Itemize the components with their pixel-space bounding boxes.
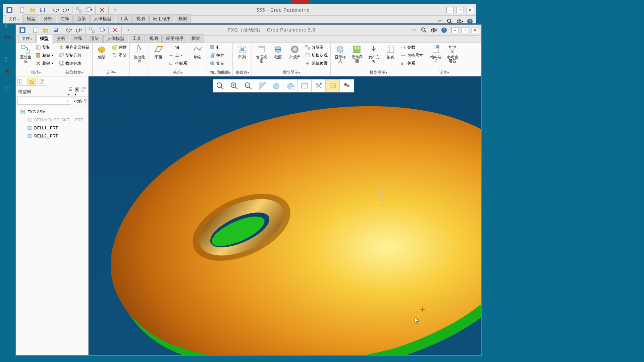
collapse-ribbon-icon[interactable]: ◠ xyxy=(436,18,443,25)
app-menu-button[interactable] xyxy=(18,26,27,35)
bom-button[interactable]: 物料清单 xyxy=(428,44,443,64)
extrude-button[interactable]: 拉伸 xyxy=(209,52,225,59)
drag-component-button[interactable]: 拖动元件 xyxy=(132,44,147,64)
pattern-button[interactable]: 阵列 xyxy=(235,44,250,60)
annotation-display-icon[interactable] xyxy=(326,79,340,92)
editpos-button[interactable]: 编辑位置 xyxy=(304,60,328,67)
close-button[interactable]: ✕ xyxy=(467,7,474,13)
tree-config-icon[interactable] xyxy=(82,87,86,97)
tab-frame[interactable]: 框架 xyxy=(188,34,204,43)
appearance-button[interactable]: 外观库 xyxy=(287,44,302,60)
tab-frame[interactable]: 框架 xyxy=(175,14,191,23)
tree-show-icon[interactable]: ▾ xyxy=(75,87,79,97)
redo-button[interactable]: ▾ xyxy=(61,6,70,14)
tab-tool[interactable]: 工具 xyxy=(129,34,145,43)
paste-button[interactable]: 粘贴▾ xyxy=(35,52,54,59)
windows-icon[interactable]: ▾ xyxy=(85,6,93,14)
tree-item-skel[interactable]: DELLMOUSE_SKEL_.PRT xyxy=(17,116,88,124)
regen-icon[interactable] xyxy=(88,26,96,35)
tree-search-dropdown[interactable]: ▾ xyxy=(74,100,75,103)
tab-analysis[interactable]: 分析 xyxy=(40,14,56,23)
windows-icon[interactable]: ▾ xyxy=(98,26,106,35)
tab-file[interactable]: 文件▾ xyxy=(18,35,36,43)
create-button[interactable]: 创建 xyxy=(111,44,127,51)
tab-render[interactable]: 渲染 xyxy=(87,34,103,43)
point-button[interactable]: 点▾ xyxy=(168,52,188,59)
regen-icon[interactable] xyxy=(74,6,83,14)
tab-model[interactable]: 模型 xyxy=(23,14,39,23)
tab-tool[interactable]: 工具 xyxy=(116,14,132,23)
undo-button[interactable]: ▾ xyxy=(51,6,60,14)
search-icon[interactable] xyxy=(421,27,427,34)
assemble-button[interactable]: 组装 xyxy=(95,44,109,60)
search-icon[interactable] xyxy=(446,18,453,25)
tree-item-dell1[interactable]: DELL1_.PRT xyxy=(17,124,88,132)
tab-view[interactable]: 视图 xyxy=(132,14,149,23)
tree-view-button-2[interactable] xyxy=(28,78,36,86)
tab-annotation[interactable]: 注释 xyxy=(57,14,73,23)
section-button[interactable]: 截面 xyxy=(271,44,285,60)
shading-icon[interactable] xyxy=(269,79,283,92)
app-menu-button[interactable] xyxy=(5,6,14,14)
zoom-fit-icon[interactable] xyxy=(213,79,227,92)
globe-icon[interactable]: ▾ xyxy=(431,27,437,34)
maximize-button[interactable]: ▭ xyxy=(462,27,469,33)
repeat-button[interactable]: 重复 xyxy=(111,52,127,59)
view-manager-icon[interactable] xyxy=(298,79,312,92)
binoculars-icon[interactable] xyxy=(76,99,82,104)
tab-view[interactable]: 视图 xyxy=(146,34,162,43)
revolve-button[interactable]: 旋转 xyxy=(209,60,225,67)
tab-app[interactable]: 应用程序 xyxy=(149,14,174,23)
dock-tree-icon[interactable] xyxy=(3,21,13,31)
maximize-button[interactable]: ▭ xyxy=(457,7,464,13)
close-button[interactable]: ✕ xyxy=(472,27,479,33)
datum-display-icon[interactable]: xy xyxy=(312,79,326,92)
customize-dropdown[interactable]: ▾ xyxy=(124,26,132,35)
manage-view-button[interactable]: 管理视图 xyxy=(254,44,269,64)
parameters-button[interactable]: { }参数 xyxy=(400,44,424,51)
display-style-button[interactable]: 显示样式 xyxy=(333,44,347,64)
help-icon[interactable]: ? xyxy=(467,18,473,25)
hole-button[interactable]: 孔 xyxy=(209,44,225,51)
comp-interface-button[interactable]: 元件界面 xyxy=(350,44,364,64)
tab-body[interactable]: 人体模型 xyxy=(90,14,115,23)
open-file-button[interactable] xyxy=(28,6,37,14)
close-window-icon[interactable] xyxy=(98,6,106,14)
save-button[interactable] xyxy=(51,26,60,35)
zoom-out-icon[interactable] xyxy=(241,79,255,92)
close-window-icon[interactable] xyxy=(111,26,119,35)
toggle-button[interactable]: 切换状况 xyxy=(304,52,328,59)
spin-center-icon[interactable] xyxy=(340,79,354,92)
switch-dim-button[interactable]: 切换尺寸 xyxy=(400,52,424,59)
3d-viewport[interactable]: xy xyxy=(89,76,481,355)
minimize-button[interactable]: – xyxy=(451,27,459,33)
copygeom-button[interactable]: 复制几何 xyxy=(58,52,90,59)
dock-folder-icon[interactable] xyxy=(3,83,13,93)
publish-geom-button[interactable]: 发布几何 xyxy=(366,44,381,64)
family-table-button[interactable]: 族表 xyxy=(383,44,398,60)
help-icon[interactable]: ? xyxy=(441,27,447,34)
ref-viewer-button[interactable]: 参考查看器 xyxy=(445,44,460,64)
tab-body[interactable]: 人体模型 xyxy=(103,34,128,43)
regenerate-button[interactable]: 重新生成 xyxy=(18,44,33,64)
tree-root-item[interactable]: FXG.ASM xyxy=(17,108,88,116)
delete-button[interactable]: 删除▾ xyxy=(35,60,54,67)
plane-button[interactable]: 平面 xyxy=(151,44,166,60)
repaint-icon[interactable] xyxy=(255,79,269,92)
globe-icon[interactable]: ▾ xyxy=(457,18,463,25)
tree-search-input[interactable] xyxy=(17,98,71,105)
tree-view-button-3[interactable] xyxy=(38,78,46,86)
tab-model[interactable]: 模型 xyxy=(36,34,52,43)
explode-button[interactable]: 分解图 xyxy=(304,44,328,51)
tree-settings-icon[interactable]: ▾ xyxy=(68,87,73,97)
sketch-button[interactable]: 草绘 xyxy=(190,44,205,60)
redo-button[interactable]: ▾ xyxy=(74,26,83,35)
filter-icon[interactable] xyxy=(83,99,88,104)
new-file-button[interactable] xyxy=(31,26,40,35)
tree-item-dell2[interactable]: DELL2_.PRT xyxy=(17,132,88,140)
undo-button[interactable]: ▾ xyxy=(64,26,73,35)
csys-button[interactable]: 坐标系 xyxy=(168,60,188,67)
tree-view-button-1[interactable] xyxy=(17,78,26,86)
dock-tree-icon-2[interactable] xyxy=(3,55,13,65)
zoom-in-icon[interactable] xyxy=(227,79,241,92)
